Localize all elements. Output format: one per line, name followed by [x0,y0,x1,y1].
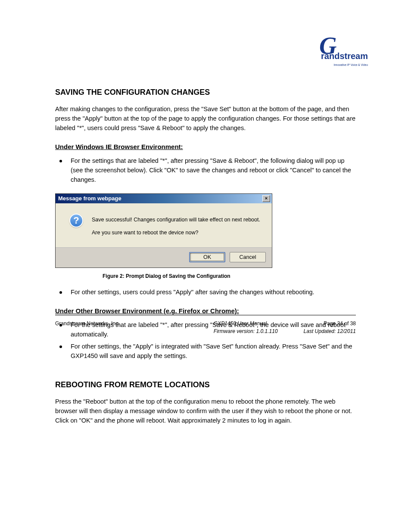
footer-firmware: Firmware version: 1.0.1.110 [214,327,278,335]
dialog-message-line1: Save successful! Changes configuration w… [92,215,260,224]
ok-button[interactable]: OK [189,252,225,262]
footer-date: Last Updated: 12/2011 [304,327,356,335]
page-footer: Grandstream Networks, Inc. GXP1450 User … [55,315,356,335]
footer-page-number: Page 34 of 38 [304,320,356,327]
bullet-icon [59,345,62,348]
dialog-title: Message from webpage [58,195,121,202]
section-title-saving: SAVING THE CONFIGURATION CHANGES [55,88,356,97]
question-icon: ? [69,214,83,227]
cancel-button[interactable]: Cancel [230,252,266,262]
message-dialog: Message from webpage × ? Save successful… [55,193,272,268]
subsection-other-browsers: Under Other Browser Environment (e.g. Fi… [55,307,356,314]
bullet-icon [59,291,62,294]
bullet-text: For the settings that are labeled "*", a… [71,156,356,184]
dialog-titlebar: Message from webpage × [56,194,272,203]
dialog-message: Save successful! Changes configuration w… [92,215,260,237]
bullet-text: For other settings, the "Apply" is integ… [71,342,356,361]
footer-company: Grandstream Networks, Inc. [55,320,119,327]
bullet-text: For other settings, users could press "A… [71,288,314,297]
list-item: For other settings, the "Apply" is integ… [55,342,356,361]
reboot-paragraph: Press the "Reboot" button at the top of … [55,397,356,425]
dialog-message-line2: Are you sure want to reboot the device n… [92,228,260,237]
dialog-body: ? Save successful! Changes configuration… [56,203,272,247]
brand-logo: G randstream Innovative IP Voice & Video [323,36,368,66]
section-title-rebooting: REBOOTING FROM REMOTE LOCATIONS [55,380,356,389]
bullet-icon [59,160,62,162]
dialog-button-row: OK Cancel [56,247,272,268]
subsection-windows: Under Windows IE Browser Environment: [55,143,356,150]
close-icon[interactable]: × [262,195,270,202]
figure-caption: Figure 2: Prompt Dialog of Saving the Co… [103,273,356,279]
intro-paragraph: After making changes to the configuratio… [55,105,356,133]
footer-manual-title: GXP1450 User Manual [214,320,278,327]
logo-brand-text: randstream [321,51,368,61]
list-item: For other settings, users could press "A… [55,288,356,297]
list-item: For the settings that are labeled "*", a… [55,156,356,184]
logo-tagline: Innovative IP Voice & Video [333,63,368,66]
